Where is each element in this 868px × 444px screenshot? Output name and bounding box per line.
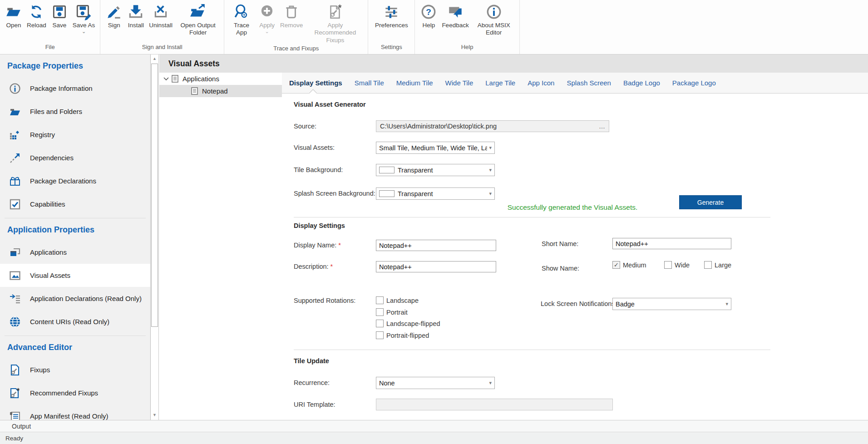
save-as-button[interactable]: Save As ⌄ xyxy=(73,3,95,33)
output-panel-header[interactable]: Output xyxy=(0,420,868,432)
display-name-label: Display Name:* xyxy=(294,239,341,252)
tree-node-label: Applications xyxy=(182,75,219,83)
sidebar-item-label: Dependencies xyxy=(30,154,74,162)
about-msix-editor-button[interactable]: About MSIX Editor xyxy=(473,3,514,37)
registry-blocks-icon xyxy=(9,129,21,141)
dropdown-chevron-icon: ▾ xyxy=(489,167,492,173)
display-name-input[interactable] xyxy=(376,240,496,251)
tree-node-applications[interactable]: Applications xyxy=(159,73,282,85)
checkbox-portrait-flipped[interactable] xyxy=(376,331,384,339)
required-asterisk: * xyxy=(338,242,341,249)
visual-assets-image-icon xyxy=(9,270,21,281)
sidebar-item-package-information[interactable]: Package Information xyxy=(0,77,150,100)
help-button[interactable]: ? Help xyxy=(420,3,437,29)
status-text: Ready xyxy=(5,435,23,442)
browse-ellipsis-button[interactable]: … xyxy=(596,123,605,130)
color-swatch xyxy=(379,167,395,173)
sidebar-item-registry[interactable]: Registry xyxy=(0,123,150,146)
save-as-dropdown-chevron[interactable]: ⌄ xyxy=(82,30,86,33)
reload-button[interactable]: Reload xyxy=(27,3,46,29)
visual-assets-dropdown[interactable]: Small Tile, Medium Tile, Wide Tile, Larg… xyxy=(376,142,495,154)
sidebar-item-content-uris[interactable]: Content URIs (Read Only) xyxy=(0,310,150,333)
tab-badge-logo[interactable]: Badge Logo xyxy=(623,79,660,87)
remove-trash-icon xyxy=(283,3,300,20)
uri-template-label: URI Template: xyxy=(294,399,335,411)
sidebar-item-files-and-folders[interactable]: Files and Folders xyxy=(0,100,150,123)
sidebar-item-capabilities[interactable]: Capabilities xyxy=(0,192,150,216)
tab-package-logo[interactable]: Package Logo xyxy=(672,79,716,87)
checkbox-wide[interactable] xyxy=(664,261,672,269)
sidebar-item-label: Files and Folders xyxy=(30,108,82,115)
description-label: Description:* xyxy=(294,261,333,273)
sidebar-item-fixups[interactable]: Fixups xyxy=(0,358,150,381)
sidebar-item-package-declarations[interactable]: Package Declarations xyxy=(0,169,150,192)
checkbox-landscape-flipped[interactable] xyxy=(376,320,384,327)
open-button[interactable]: Open xyxy=(5,3,22,29)
remove-button[interactable]: Remove xyxy=(280,3,303,29)
sidebar-item-app-manifest[interactable]: App Manifest (Read Only) xyxy=(0,405,150,420)
trace-app-icon xyxy=(233,3,250,20)
scroll-down-arrow-icon[interactable]: ▼ xyxy=(151,413,158,417)
short-name-input[interactable] xyxy=(612,238,731,249)
tab-app-icon[interactable]: App Icon xyxy=(528,79,554,87)
splash-background-dropdown[interactable]: Transparent ▾ xyxy=(376,187,495,200)
install-icon xyxy=(127,3,144,20)
gift-box-icon xyxy=(9,175,21,187)
ribbon-toolbar: Open Reload Save Save As ⌄ File Sign xyxy=(0,0,868,54)
app-manifest-icon xyxy=(9,410,21,420)
save-button[interactable]: Save xyxy=(51,3,68,29)
save-icon xyxy=(51,3,68,20)
sign-pencil-icon xyxy=(105,3,123,20)
tab-medium-tile[interactable]: Medium Tile xyxy=(396,79,433,87)
sidebar-item-dependencies[interactable]: Dependencies xyxy=(0,146,150,169)
sidebar-item-recommended-fixups[interactable]: Recommended Fixups xyxy=(0,381,150,405)
checkbox-medium[interactable] xyxy=(612,261,620,269)
sidebar-item-visual-assets[interactable]: Visual Assets xyxy=(0,264,150,287)
apply-dropdown-chevron[interactable]: ⌄ xyxy=(265,30,269,33)
tab-splash-screen[interactable]: Splash Screen xyxy=(567,79,611,87)
sidebar-section-divider: Application Properties xyxy=(5,218,146,241)
status-bar: Ready xyxy=(0,432,868,444)
source-path: C:\Users\Administrator\Desktop\tick.png xyxy=(380,123,596,130)
apply-button[interactable]: Apply ⌄ xyxy=(258,3,276,33)
sidebar-item-label: Fixups xyxy=(30,366,50,374)
toolbar-group-file: Open Reload Save Save As ⌄ File xyxy=(0,0,100,54)
sidebar-item-label: Package Information xyxy=(30,84,93,92)
preferences-button[interactable]: Preferences xyxy=(373,3,409,29)
sign-button[interactable]: Sign xyxy=(105,3,123,29)
generate-button[interactable]: Generate xyxy=(679,195,742,209)
open-output-folder-button[interactable]: Open Output Folder xyxy=(177,3,219,37)
dropdown-chevron-icon: ▾ xyxy=(725,301,728,307)
sidebar-heading-advanced-editor: Advanced Editor xyxy=(5,336,146,358)
tree-node-notepad[interactable]: Notepad xyxy=(159,85,282,97)
install-button[interactable]: Install xyxy=(127,3,144,29)
checkbox-portrait[interactable] xyxy=(376,308,384,316)
trace-app-button[interactable]: Trace App xyxy=(229,3,254,37)
tab-display-settings[interactable]: Display Settings xyxy=(289,79,342,87)
uri-template-field[interactable] xyxy=(376,399,613,410)
scroll-up-arrow-icon[interactable]: ▲ xyxy=(151,56,158,61)
tab-small-tile[interactable]: Small Tile xyxy=(355,79,384,87)
checkbox-large[interactable] xyxy=(704,261,712,269)
source-field[interactable]: C:\Users\Administrator\Desktop\tick.png … xyxy=(376,120,609,132)
toolbar-group-trace-fixups: Trace App Apply ⌄ Remove Apply Recommend… xyxy=(224,0,368,54)
tile-background-dropdown[interactable]: Transparent ▾ xyxy=(376,164,495,176)
sidebar-scrollbar[interactable]: ▲ ▼ xyxy=(150,54,159,420)
scrollbar-thumb[interactable] xyxy=(151,64,158,327)
sidebar-item-application-declarations[interactable]: Application Declarations (Read Only) xyxy=(0,287,150,310)
tab-large-tile[interactable]: Large Tile xyxy=(485,79,515,87)
uninstall-button[interactable]: Uninstall xyxy=(149,3,173,29)
recurrence-dropdown[interactable]: None ▾ xyxy=(376,377,495,389)
chevron-down-icon[interactable] xyxy=(163,76,169,82)
description-input[interactable] xyxy=(376,261,496,272)
dependencies-arrow-icon xyxy=(9,152,21,164)
tab-wide-tile[interactable]: Wide Tile xyxy=(445,79,473,87)
checkbox-landscape[interactable] xyxy=(376,296,384,304)
sidebar-item-applications[interactable]: Applications xyxy=(0,241,150,264)
uninstall-icon xyxy=(152,3,169,20)
lock-screen-notifications-dropdown[interactable]: Badge ▾ xyxy=(612,298,731,310)
sidebar-item-label: Applications xyxy=(30,248,67,256)
feedback-button[interactable]: Feedback xyxy=(442,3,469,29)
apply-recommended-fixups-button[interactable]: Apply Recommended Fixups xyxy=(307,3,363,44)
globe-icon xyxy=(9,316,21,328)
